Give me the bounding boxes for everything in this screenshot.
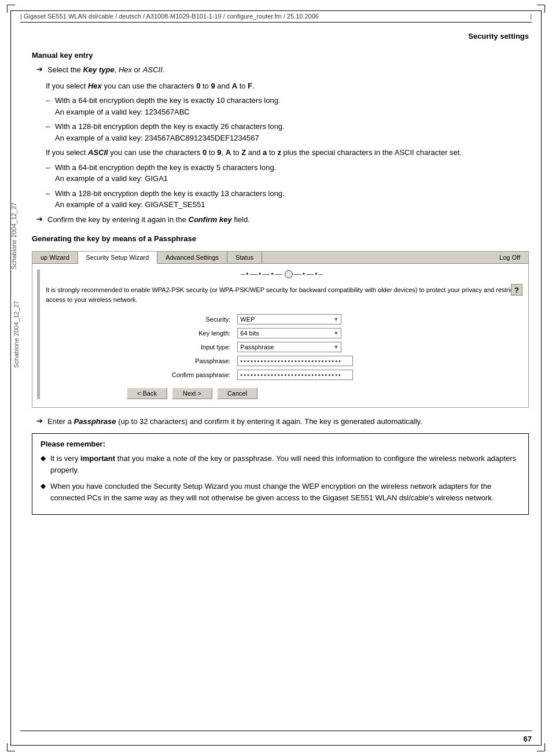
passphrase-arrow-text: Enter a Passphrase (up to 32 characters)… (47, 416, 529, 427)
hex-intro-para: If you select Hex you can use the charac… (46, 80, 529, 92)
wizard-content: –•—•—•——•—•– It is strongly recommended … (46, 270, 519, 399)
passphrase-input[interactable]: •••••••••••••••••••••••••••••• (237, 356, 353, 366)
diamond-icon-1: ◆ (41, 454, 46, 462)
remember-text-1: It is very important that you make a not… (50, 453, 520, 476)
form-row-confirm-passphrase: Confirm passphrase: ••••••••••••••••••••… (46, 368, 519, 382)
tab-up-wizard[interactable]: up Wizard (32, 252, 78, 263)
chevron-down-icon-2: ▼ (333, 330, 338, 336)
security-input-cell: WEP ▼ (234, 312, 519, 326)
chevron-down-icon-3: ▼ (333, 344, 338, 350)
page-footer: 67 (20, 731, 532, 743)
next-button[interactable]: Next > (172, 388, 212, 399)
security-label: Security: (46, 312, 234, 326)
remember-text-2: When you have concluded the Security Set… (50, 481, 520, 504)
generating-heading: Generating the key by means of a Passphr… (32, 234, 529, 243)
dash-item-1: With a 64-bit encryption depth the key i… (55, 95, 529, 117)
passphrase-arrow-item: ➔ Enter a Passphrase (up to 32 character… (36, 416, 529, 427)
security-select[interactable]: WEP ▼ (237, 314, 341, 324)
tab-advanced-settings[interactable]: Advanced Settings (157, 252, 227, 263)
arrow-item-2: ➔ Confirm the key by entering it again i… (36, 214, 529, 226)
arrow-icon-3: ➔ (36, 416, 43, 425)
form-row-security: Security: WEP ▼ (46, 312, 519, 326)
side-label: Schablone 2004_12_27 (13, 301, 20, 368)
security-select-value: WEP (240, 316, 255, 323)
form-row-inputtype: Input type: Passphrase ▼ (46, 340, 519, 354)
header-left: | Gigaset SE551 WLAN dsl/cable / deutsch… (20, 13, 319, 20)
wizard-box: up Wizard Security Setup Wizard Advanced… (32, 251, 529, 408)
dash-item-2: With a 128-bit encryption depth the key … (55, 121, 529, 143)
cancel-button[interactable]: Cancel (217, 388, 257, 399)
page-number: 67 (524, 735, 532, 743)
progress-indicator: –•—•—•——•—•– (46, 270, 519, 278)
next-button-label: Next > (183, 390, 201, 397)
arrow-text-2: Confirm the key by entering it again in … (47, 214, 529, 226)
keylength-select-value: 64 bits (240, 330, 259, 337)
help-icon[interactable]: ? (511, 284, 522, 296)
chevron-down-icon: ▼ (333, 316, 338, 322)
wizard-form: Security: WEP ▼ Key length: 64 bit (46, 312, 519, 382)
keylength-input-cell: 64 bits ▼ (234, 326, 519, 340)
side-label: Schablone 2004_12_27 (10, 202, 17, 270)
page-header: | Gigaset SE551 WLAN dsl/cable / deutsch… (20, 13, 532, 23)
arrow-icon-1: ➔ (36, 65, 43, 73)
tab-security-setup[interactable]: Security Setup Wizard (78, 252, 158, 264)
header-right: | (530, 13, 532, 20)
cancel-button-label: Cancel (227, 390, 247, 397)
passphrase-input-cell: •••••••••••••••••••••••••••••• (234, 354, 519, 368)
inputtype-select-value: Passphrase (240, 344, 274, 351)
wizard-tab-bar: up Wizard Security Setup Wizard Advanced… (32, 252, 528, 264)
form-row-keylength: Key length: 64 bits ▼ (46, 326, 519, 340)
tab-logoff[interactable]: Log Off (491, 252, 528, 263)
passphrase-label: Passphrase: (46, 354, 234, 368)
form-row-passphrase: Passphrase: ••••••••••••••••••••••••••••… (46, 354, 519, 368)
ascii-intro-para: If you select ASCII you can use the char… (46, 147, 529, 158)
dash-item-4: With a 128-bit encryption depth the key … (55, 188, 529, 211)
diamond-icon-2: ◆ (41, 482, 46, 490)
remember-item-1: ◆ It is very important that you make a n… (41, 453, 520, 476)
manual-key-entry-heading: Manual key entry (32, 51, 529, 60)
remember-item-2: ◆ When you have concluded the Security S… (41, 481, 520, 504)
tab-status[interactable]: Status (227, 252, 262, 263)
arrow-text-1: Select the Key type, Hex or ASCII. (47, 64, 529, 76)
remember-heading: Please remember: (41, 440, 520, 448)
confirm-passphrase-input[interactable]: •••••••••••••••••••••••••••••• (237, 370, 353, 380)
inputtype-label: Input type: (46, 340, 234, 354)
back-button-label: < Back (137, 390, 157, 397)
arrow-icon-2: ➔ (36, 215, 43, 223)
inputtype-select[interactable]: Passphrase ▼ (237, 342, 341, 352)
keylength-select[interactable]: 64 bits ▼ (237, 328, 341, 338)
confirm-passphrase-label: Confirm passphrase: (46, 368, 234, 382)
confirm-passphrase-input-cell: •••••••••••••••••••••••••••••• (234, 368, 519, 382)
section-title: Security settings (32, 32, 529, 40)
wizard-info-text: It is strongly recommended to enable WPA… (46, 285, 519, 304)
inputtype-input-cell: Passphrase ▼ (234, 340, 519, 354)
dash-item-3: With a 64-bit encryption depth the key i… (55, 162, 529, 185)
back-button[interactable]: < Back (127, 388, 167, 399)
main-content: Security settings Manual key entry ➔ Sel… (32, 32, 529, 730)
keylength-label: Key length: (46, 326, 234, 340)
wizard-buttons: < Back Next > Cancel (127, 388, 519, 399)
arrow-item-1: ➔ Select the Key type, Hex or ASCII. (36, 64, 529, 76)
wizard-left-bar (37, 270, 40, 399)
remember-box: Please remember: ◆ It is very important … (32, 433, 529, 515)
